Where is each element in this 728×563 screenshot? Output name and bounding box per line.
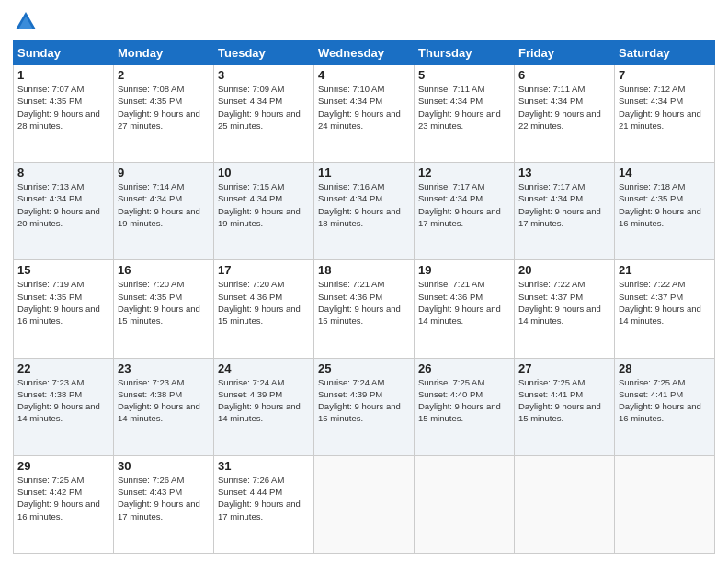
day-info: Sunrise: 7:23 AM Sunset: 4:38 PM Dayligh… <box>17 376 109 425</box>
day-info: Sunrise: 7:15 AM Sunset: 4:34 PM Dayligh… <box>218 180 310 229</box>
day-number: 17 <box>218 263 310 277</box>
day-number: 22 <box>17 362 109 375</box>
day-cell: 18 Sunrise: 7:21 AM Sunset: 4:36 PM Dayl… <box>314 260 415 358</box>
day-number: 2 <box>118 68 210 82</box>
day-info: Sunrise: 7:18 AM Sunset: 4:35 PM Dayligh… <box>619 180 711 229</box>
day-number: 21 <box>619 263 711 277</box>
day-info: Sunrise: 7:25 AM Sunset: 4:42 PM Dayligh… <box>17 474 109 523</box>
day-number: 26 <box>418 362 510 375</box>
day-info: Sunrise: 7:12 AM Sunset: 4:34 PM Dayligh… <box>619 83 711 132</box>
day-cell: 25 Sunrise: 7:24 AM Sunset: 4:39 PM Dayl… <box>314 358 415 455</box>
weekday-header-sunday: Sunday <box>14 41 114 65</box>
day-cell <box>314 455 415 553</box>
day-cell: 26 Sunrise: 7:25 AM Sunset: 4:40 PM Dayl… <box>415 358 515 455</box>
day-number: 27 <box>518 362 610 375</box>
day-cell <box>615 455 715 553</box>
day-number: 5 <box>418 68 510 82</box>
top-section <box>13 9 715 35</box>
day-cell: 11 Sunrise: 7:16 AM Sunset: 4:34 PM Dayl… <box>314 163 415 260</box>
day-info: Sunrise: 7:19 AM Sunset: 4:35 PM Dayligh… <box>17 278 109 327</box>
day-info: Sunrise: 7:08 AM Sunset: 4:35 PM Dayligh… <box>118 83 210 132</box>
week-row-3: 15 Sunrise: 7:19 AM Sunset: 4:35 PM Dayl… <box>14 260 715 358</box>
day-info: Sunrise: 7:17 AM Sunset: 4:34 PM Dayligh… <box>518 180 610 229</box>
weekday-header-thursday: Thursday <box>415 41 515 65</box>
week-row-1: 1 Sunrise: 7:07 AM Sunset: 4:35 PM Dayli… <box>14 65 715 163</box>
week-row-4: 22 Sunrise: 7:23 AM Sunset: 4:38 PM Dayl… <box>14 358 715 455</box>
day-number: 18 <box>318 263 410 277</box>
day-info: Sunrise: 7:23 AM Sunset: 4:38 PM Dayligh… <box>118 376 210 425</box>
day-info: Sunrise: 7:07 AM Sunset: 4:35 PM Dayligh… <box>17 83 109 132</box>
day-number: 20 <box>518 263 610 277</box>
day-info: Sunrise: 7:21 AM Sunset: 4:36 PM Dayligh… <box>418 278 510 327</box>
day-number: 24 <box>218 362 310 375</box>
day-info: Sunrise: 7:24 AM Sunset: 4:39 PM Dayligh… <box>218 376 310 425</box>
day-cell: 21 Sunrise: 7:22 AM Sunset: 4:37 PM Dayl… <box>615 260 715 358</box>
day-info: Sunrise: 7:25 AM Sunset: 4:41 PM Dayligh… <box>518 376 610 425</box>
day-info: Sunrise: 7:25 AM Sunset: 4:40 PM Dayligh… <box>418 376 510 425</box>
weekday-header-row: SundayMondayTuesdayWednesdayThursdayFrid… <box>14 41 715 65</box>
day-number: 3 <box>218 68 310 82</box>
day-number: 25 <box>318 362 410 375</box>
weekday-header-tuesday: Tuesday <box>214 41 314 65</box>
day-number: 8 <box>17 166 109 179</box>
day-cell: 14 Sunrise: 7:18 AM Sunset: 4:35 PM Dayl… <box>615 163 715 260</box>
day-info: Sunrise: 7:17 AM Sunset: 4:34 PM Dayligh… <box>418 180 510 229</box>
day-cell: 31 Sunrise: 7:26 AM Sunset: 4:44 PM Dayl… <box>214 455 314 553</box>
week-row-5: 29 Sunrise: 7:25 AM Sunset: 4:42 PM Dayl… <box>14 455 715 553</box>
day-cell: 12 Sunrise: 7:17 AM Sunset: 4:34 PM Dayl… <box>415 163 515 260</box>
day-number: 13 <box>518 166 610 179</box>
day-number: 4 <box>318 68 410 82</box>
page: SundayMondayTuesdayWednesdayThursdayFrid… <box>0 0 728 563</box>
day-cell: 30 Sunrise: 7:26 AM Sunset: 4:43 PM Dayl… <box>114 455 214 553</box>
day-cell: 16 Sunrise: 7:20 AM Sunset: 4:35 PM Dayl… <box>114 260 214 358</box>
weekday-header-wednesday: Wednesday <box>314 41 415 65</box>
day-cell: 27 Sunrise: 7:25 AM Sunset: 4:41 PM Dayl… <box>515 358 615 455</box>
day-info: Sunrise: 7:20 AM Sunset: 4:35 PM Dayligh… <box>118 278 210 327</box>
day-number: 12 <box>418 166 510 179</box>
day-number: 14 <box>619 166 711 179</box>
day-info: Sunrise: 7:22 AM Sunset: 4:37 PM Dayligh… <box>619 278 711 327</box>
calendar-table: SundayMondayTuesdayWednesdayThursdayFrid… <box>13 40 715 554</box>
day-cell: 15 Sunrise: 7:19 AM Sunset: 4:35 PM Dayl… <box>14 260 114 358</box>
day-cell: 4 Sunrise: 7:10 AM Sunset: 4:34 PM Dayli… <box>314 65 415 163</box>
day-number: 10 <box>218 166 310 179</box>
week-row-2: 8 Sunrise: 7:13 AM Sunset: 4:34 PM Dayli… <box>14 163 715 260</box>
day-info: Sunrise: 7:25 AM Sunset: 4:41 PM Dayligh… <box>619 376 711 425</box>
day-info: Sunrise: 7:24 AM Sunset: 4:39 PM Dayligh… <box>318 376 410 425</box>
day-number: 1 <box>17 68 109 82</box>
day-info: Sunrise: 7:14 AM Sunset: 4:34 PM Dayligh… <box>118 180 210 229</box>
weekday-header-friday: Friday <box>515 41 615 65</box>
day-cell: 7 Sunrise: 7:12 AM Sunset: 4:34 PM Dayli… <box>615 65 715 163</box>
day-info: Sunrise: 7:26 AM Sunset: 4:44 PM Dayligh… <box>218 474 310 523</box>
day-cell: 29 Sunrise: 7:25 AM Sunset: 4:42 PM Dayl… <box>14 455 114 553</box>
day-number: 29 <box>17 459 109 473</box>
day-number: 31 <box>218 459 310 473</box>
day-cell: 5 Sunrise: 7:11 AM Sunset: 4:34 PM Dayli… <box>415 65 515 163</box>
day-cell: 20 Sunrise: 7:22 AM Sunset: 4:37 PM Dayl… <box>515 260 615 358</box>
day-cell: 17 Sunrise: 7:20 AM Sunset: 4:36 PM Dayl… <box>214 260 314 358</box>
day-info: Sunrise: 7:21 AM Sunset: 4:36 PM Dayligh… <box>318 278 410 327</box>
day-cell: 23 Sunrise: 7:23 AM Sunset: 4:38 PM Dayl… <box>114 358 214 455</box>
day-info: Sunrise: 7:11 AM Sunset: 4:34 PM Dayligh… <box>418 83 510 132</box>
day-number: 16 <box>118 263 210 277</box>
day-cell: 10 Sunrise: 7:15 AM Sunset: 4:34 PM Dayl… <box>214 163 314 260</box>
day-cell: 28 Sunrise: 7:25 AM Sunset: 4:41 PM Dayl… <box>615 358 715 455</box>
day-number: 30 <box>118 459 210 473</box>
day-cell: 6 Sunrise: 7:11 AM Sunset: 4:34 PM Dayli… <box>515 65 615 163</box>
day-info: Sunrise: 7:13 AM Sunset: 4:34 PM Dayligh… <box>17 180 109 229</box>
day-cell: 19 Sunrise: 7:21 AM Sunset: 4:36 PM Dayl… <box>415 260 515 358</box>
day-number: 19 <box>418 263 510 277</box>
day-number: 6 <box>518 68 610 82</box>
day-info: Sunrise: 7:11 AM Sunset: 4:34 PM Dayligh… <box>518 83 610 132</box>
day-number: 9 <box>118 166 210 179</box>
day-number: 15 <box>17 263 109 277</box>
day-cell: 22 Sunrise: 7:23 AM Sunset: 4:38 PM Dayl… <box>14 358 114 455</box>
day-number: 7 <box>619 68 711 82</box>
day-cell: 8 Sunrise: 7:13 AM Sunset: 4:34 PM Dayli… <box>14 163 114 260</box>
day-cell: 9 Sunrise: 7:14 AM Sunset: 4:34 PM Dayli… <box>114 163 214 260</box>
day-cell: 24 Sunrise: 7:24 AM Sunset: 4:39 PM Dayl… <box>214 358 314 455</box>
day-cell: 3 Sunrise: 7:09 AM Sunset: 4:34 PM Dayli… <box>214 65 314 163</box>
day-info: Sunrise: 7:26 AM Sunset: 4:43 PM Dayligh… <box>118 474 210 523</box>
day-cell <box>415 455 515 553</box>
day-number: 11 <box>318 166 410 179</box>
